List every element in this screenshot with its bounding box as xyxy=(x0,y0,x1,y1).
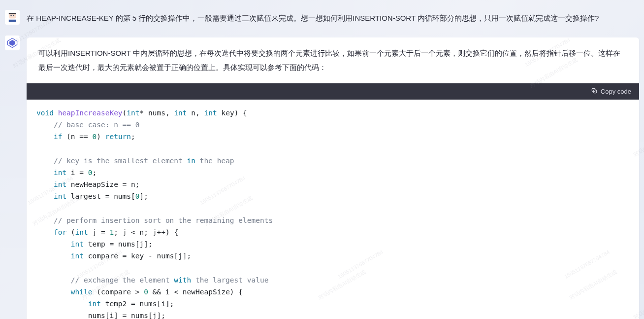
code-content[interactable]: void heapIncreaseKey(int* nums, int n, i… xyxy=(27,100,639,319)
code-header: Copy code xyxy=(27,83,639,100)
user-message-content: 在 HEAP-INCREASE-KEY 的第 5 行的交换操作中，一般需要通过三… xyxy=(27,10,639,25)
bot-message-text: 可以利用INSERTION-SORT 中内层循环的思想，在每次迭代中将要交换的两… xyxy=(27,37,639,83)
svg-point-1 xyxy=(10,15,11,16)
bot-message-row: 可以利用INSERTION-SORT 中内层循环的思想，在每次迭代中将要交换的两… xyxy=(5,35,639,319)
bot-message-content: 可以利用INSERTION-SORT 中内层循环的思想，在每次迭代中将要交换的两… xyxy=(27,35,639,319)
bot-avatar xyxy=(5,35,20,50)
chat-container: 在 HEAP-INCREASE-KEY 的第 5 行的交换操作中，一般需要通过三… xyxy=(0,0,644,319)
bot-bubble: 可以利用INSERTION-SORT 中内层循环的思想，在每次迭代中将要交换的两… xyxy=(27,37,639,319)
copy-label: Copy code xyxy=(601,88,631,95)
copy-icon xyxy=(591,87,598,96)
user-message-row: 在 HEAP-INCREASE-KEY 的第 5 行的交换操作中，一般需要通过三… xyxy=(5,10,639,25)
copy-code-button[interactable]: Copy code xyxy=(591,87,631,96)
user-avatar xyxy=(5,10,20,25)
code-block: Copy code void heapIncreaseKey(int* nums… xyxy=(27,83,639,319)
svg-point-2 xyxy=(13,15,14,16)
user-message-text: 在 HEAP-INCREASE-KEY 的第 5 行的交换操作中，一般需要通过三… xyxy=(27,12,639,25)
svg-marker-4 xyxy=(9,40,15,46)
